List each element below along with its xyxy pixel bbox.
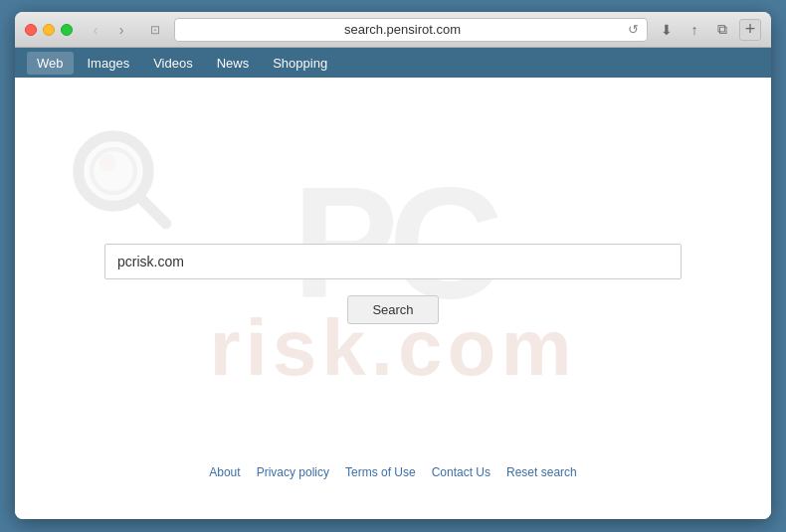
maximize-button[interactable] bbox=[61, 24, 73, 36]
tab-images[interactable]: Images bbox=[78, 52, 140, 75]
tab-web[interactable]: Web bbox=[27, 52, 74, 75]
add-tab-button[interactable]: + bbox=[739, 19, 761, 41]
address-bar[interactable]: search.pensirot.com ↺ bbox=[174, 18, 648, 42]
tab-shopping[interactable]: Shopping bbox=[263, 52, 337, 75]
reader-button[interactable]: ⊡ bbox=[144, 19, 166, 41]
browser-window: ‹ › ⊡ search.pensirot.com ↺ ⬇ ↑ ⧉ + Web … bbox=[15, 12, 771, 519]
footer-link-reset[interactable]: Reset search bbox=[506, 465, 577, 479]
footer-links: About Privacy policy Terms of Use Contac… bbox=[209, 465, 576, 479]
tab-videos[interactable]: Videos bbox=[143, 52, 203, 75]
page-content: PC risk.com Search About Privacy policy … bbox=[15, 78, 771, 519]
traffic-lights bbox=[25, 24, 73, 36]
footer-link-terms[interactable]: Terms of Use bbox=[345, 465, 416, 479]
url-text: search.pensirot.com bbox=[183, 22, 622, 37]
close-button[interactable] bbox=[25, 24, 37, 36]
nav-tabs-bar: Web Images Videos News Shopping bbox=[15, 48, 771, 78]
search-button[interactable]: Search bbox=[347, 295, 438, 324]
svg-point-2 bbox=[99, 153, 117, 171]
refresh-button[interactable]: ↺ bbox=[628, 22, 639, 37]
magnifier-logo bbox=[70, 127, 179, 237]
search-input-wrapper bbox=[104, 244, 682, 279]
tabs-icon[interactable]: ⧉ bbox=[711, 19, 733, 41]
nav-buttons: ‹ › bbox=[85, 19, 132, 41]
svg-line-3 bbox=[139, 197, 165, 223]
footer-link-contact[interactable]: Contact Us bbox=[432, 465, 491, 479]
download-icon[interactable]: ⬇ bbox=[656, 19, 678, 41]
title-bar: ‹ › ⊡ search.pensirot.com ↺ ⬇ ↑ ⧉ + bbox=[15, 12, 771, 48]
svg-point-1 bbox=[92, 149, 135, 193]
search-form: Search bbox=[15, 244, 771, 324]
svg-point-0 bbox=[79, 136, 148, 206]
footer-link-privacy[interactable]: Privacy policy bbox=[257, 465, 329, 479]
forward-button[interactable]: › bbox=[110, 19, 132, 41]
tab-news[interactable]: News bbox=[207, 52, 260, 75]
search-input[interactable] bbox=[104, 244, 682, 279]
back-button[interactable]: ‹ bbox=[85, 19, 106, 41]
minimize-button[interactable] bbox=[43, 24, 55, 36]
toolbar-right: ⬇ ↑ ⧉ + bbox=[656, 19, 761, 41]
share-icon[interactable]: ↑ bbox=[684, 19, 705, 41]
footer-link-about[interactable]: About bbox=[209, 465, 240, 479]
